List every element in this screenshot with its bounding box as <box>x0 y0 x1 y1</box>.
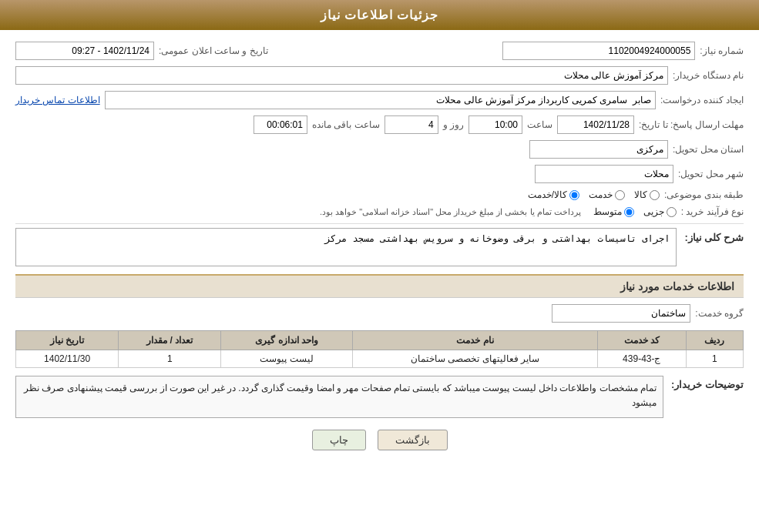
cell-name: سایر فعالیتهای تخصصی ساختمان <box>352 350 597 368</box>
need-number-label: شماره نیاز: <box>700 45 744 56</box>
announce-date-input[interactable] <box>15 42 154 60</box>
row-need-number: شماره نیاز: تاریخ و ساعت اعلان عمومی: <box>15 42 744 60</box>
col-unit: واحد اندازه گیری <box>221 331 353 350</box>
col-row: ردیف <box>686 331 743 350</box>
response-days-label: روز و <box>443 119 464 130</box>
response-time-label: ساعت <box>527 119 552 130</box>
table-header-row: ردیف کد خدمت نام خدمت واحد اندازه گیری ت… <box>16 331 744 350</box>
creator-input[interactable] <box>105 91 656 109</box>
response-days-input[interactable] <box>385 115 438 134</box>
row-purchase-type: نوع فرآیند خرید : جزیی متوسط پرداخت تمام… <box>15 206 744 217</box>
row-buyer-org: نام دستگاه خریدار: <box>15 66 744 85</box>
col-code: کد خدمت <box>597 331 686 350</box>
buyer-org-label: نام دستگاه خریدار: <box>673 70 744 81</box>
print-button[interactable]: چاپ <box>312 430 366 450</box>
col-name: نام خدمت <box>352 331 597 350</box>
row-response-deadline: مهلت ارسال پاسخ: تا تاریخ: ساعت روز و سا… <box>15 115 744 134</box>
purchase-type-label: نوع فرآیند خرید : <box>681 206 744 217</box>
creator-contact-link[interactable]: اطلاعات تماس خریدار <box>15 95 100 105</box>
response-remaining-input[interactable] <box>254 115 307 134</box>
services-section-title: اطلاعات خدمات مورد نیاز <box>15 274 744 298</box>
buyer-org-input[interactable] <box>15 66 668 85</box>
category-radio-kala[interactable]: کالا <box>634 189 660 200</box>
services-table-section: ردیف کد خدمت نام خدمت واحد اندازه گیری ت… <box>15 330 744 368</box>
creator-label: ایجاد کننده درخواست: <box>660 95 744 105</box>
announce-date-label: تاریخ و ساعت اعلان عمومی: <box>159 45 268 56</box>
need-number-input[interactable] <box>502 42 695 60</box>
services-table: ردیف کد خدمت نام خدمت واحد اندازه گیری ت… <box>15 330 744 368</box>
province-input[interactable] <box>529 140 668 159</box>
buyer-notes-box: تمام مشخصات واطلاعات داخل لیست پیوست میب… <box>15 376 663 418</box>
purchase-note: پرداخت تمام یا بخشی از مبلغ خریداز محل "… <box>320 207 581 217</box>
category-radio-kala-khedmat[interactable]: کالا/خدمت <box>528 189 579 200</box>
purchase-radio-motavaset[interactable]: متوسط <box>593 206 634 217</box>
col-date: تاریخ نیاز <box>16 331 119 350</box>
response-remaining-label: ساعت باقی مانده <box>312 119 380 130</box>
main-content: شماره نیاز: تاریخ و ساعت اعلان عمومی: نا… <box>0 30 759 473</box>
cell-row: 1 <box>686 350 743 368</box>
table-row: 1ج-43-439سایر فعالیتهای تخصصی ساختمانلیس… <box>16 350 744 368</box>
province-label: استان محل تحویل: <box>673 144 744 155</box>
city-label: شهر محل تحویل: <box>678 169 744 179</box>
page-title: جزئیات اطلاعات نیاز <box>321 8 439 22</box>
cell-code: ج-43-439 <box>597 350 686 368</box>
description-textarea[interactable] <box>15 228 677 266</box>
service-group-input[interactable] <box>552 304 690 323</box>
service-group-label: گروه خدمت: <box>695 308 744 319</box>
page-header: جزئیات اطلاعات نیاز <box>0 0 759 30</box>
buttons-row: بازگشت چاپ <box>15 430 744 462</box>
category-label: طبقه بندی موضوعی: <box>664 189 744 200</box>
response-time-input[interactable] <box>468 115 522 134</box>
row-creator: ایجاد کننده درخواست: اطلاعات تماس خریدار <box>15 91 744 109</box>
back-button[interactable]: بازگشت <box>378 430 448 450</box>
cell-unit: لیست پیوست <box>221 350 353 368</box>
cell-date: 1402/11/30 <box>16 350 119 368</box>
divider1 <box>15 223 744 224</box>
row-service-group: گروه خدمت: <box>15 304 744 323</box>
category-radio-khedmat[interactable]: خدمت <box>589 189 625 200</box>
description-label: شرح کلی نیاز: <box>684 228 744 243</box>
page-wrapper: جزئیات اطلاعات نیاز شماره نیاز: تاریخ و … <box>0 0 759 532</box>
row-city: شهر محل تحویل: <box>15 165 744 183</box>
buyer-notes-label: توضیحات خریدار: <box>671 376 744 390</box>
response-date-input[interactable] <box>557 115 634 134</box>
col-count: تعداد / مقدار <box>119 331 221 350</box>
buyer-notes-row: توضیحات خریدار: تمام مشخصات واطلاعات داخ… <box>15 376 744 418</box>
row-province: استان محل تحویل: <box>15 140 744 159</box>
row-description: شرح کلی نیاز: <box>15 228 744 266</box>
response-deadline-label: مهلت ارسال پاسخ: تا تاریخ: <box>639 119 744 130</box>
row-category: طبقه بندی موضوعی: کالا خدمت کالا/خدمت <box>15 189 744 200</box>
cell-count: 1 <box>119 350 221 368</box>
category-radio-group: کالا خدمت کالا/خدمت <box>528 189 660 200</box>
purchase-type-radio-group: جزیی متوسط <box>593 206 677 217</box>
purchase-radio-jozii[interactable]: جزیی <box>643 206 677 217</box>
city-input[interactable] <box>535 165 673 183</box>
